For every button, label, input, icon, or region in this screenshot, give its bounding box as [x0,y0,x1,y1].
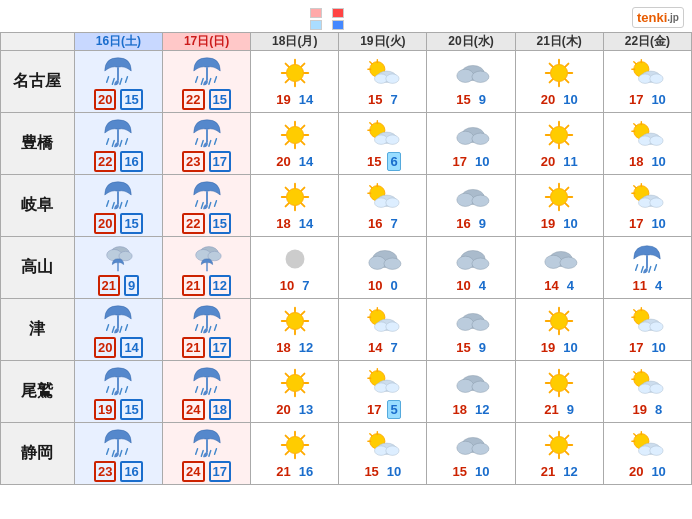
temp-row-0-5: 2010 [518,91,601,108]
svg-line-257 [214,449,216,455]
svg-point-186 [472,319,489,330]
legend-box-2 [332,8,344,18]
weather-cell-6-3: 1510 [339,423,427,485]
weather-icon-2-4 [429,179,512,215]
svg-line-285 [550,452,553,455]
temp-low-2-2: 14 [297,215,315,232]
svg-point-231 [472,381,489,392]
weather-icon-3-6 [606,241,689,277]
svg-line-35 [566,80,569,83]
svg-line-112 [370,186,372,188]
svg-point-149 [472,258,489,269]
temp-low-6-2: 16 [297,463,315,480]
weather-icon-5-5 [518,365,601,401]
weather-icon-1-4 [429,117,512,153]
temp-high-0-3: 15 [366,91,384,108]
weather-icon-6-5 [518,427,601,463]
weather-icon-0-1 [165,53,248,89]
temp-row-5-4: 1812 [429,401,512,418]
svg-line-249 [107,449,109,455]
temp-high-2-2: 18 [274,215,292,232]
day-header-1: 17日(日) [162,33,250,51]
svg-point-89 [650,136,663,145]
svg-line-105 [285,188,288,191]
svg-line-207 [126,387,128,393]
svg-line-256 [208,451,210,457]
svg-point-118 [472,195,489,206]
temp-row-0-4: 159 [429,91,512,108]
svg-line-282 [550,436,553,439]
weather-icon-4-2 [253,303,336,339]
svg-line-167 [214,325,216,331]
temp-high-6-1: 24 [182,461,204,482]
temp-low-3-0: 9 [124,275,139,296]
temp-low-1-4: 10 [473,153,491,170]
temp-high-6-5: 21 [539,463,557,480]
legend-box-4 [332,20,344,30]
svg-line-251 [120,451,122,457]
weather-cell-3-3: 100 [339,237,427,299]
temp-low-5-2: 13 [297,401,315,418]
svg-line-199 [634,310,636,312]
svg-line-125 [566,204,569,207]
temp-high-5-3: 17 [365,401,383,418]
weather-icon-3-4 [429,241,512,277]
day-header-0: 16日(土) [74,33,162,51]
weather-cell-4-6: 1710 [603,299,691,361]
svg-line-221 [285,390,288,393]
svg-point-73 [472,133,489,144]
temp-low-5-6: 8 [653,401,664,418]
svg-point-228 [386,383,399,392]
temp-low-6-0: 16 [120,461,142,482]
svg-line-212 [214,387,216,393]
temp-high-0-2: 19 [274,91,292,108]
temp-low-6-6: 10 [649,463,667,480]
legend-box-1 [310,8,322,18]
temp-row-2-2: 1814 [253,215,336,232]
svg-line-81 [566,126,569,129]
svg-point-134 [650,198,663,207]
svg-line-108 [285,204,288,207]
weather-cell-5-4: 1812 [427,361,515,423]
weather-cell-2-1: 2215 [162,175,250,237]
weather-cell-3-1: 2112 [162,237,250,299]
temp-low-0-4: 9 [477,91,488,108]
temp-row-1-6: 1810 [606,153,689,170]
weather-cell-5-3: 175 [339,361,427,423]
city-row-0: 名古屋 2015 2215 [1,51,692,113]
temp-low-2-4: 9 [477,215,488,232]
temp-row-0-0: 2015 [77,89,160,110]
svg-line-46 [107,139,109,145]
svg-line-36 [566,64,569,67]
svg-line-204 [107,387,109,393]
weather-cell-5-2: 2013 [251,361,339,423]
svg-line-3 [120,79,122,85]
svg-line-53 [208,141,210,147]
temp-low-0-0: 15 [120,89,142,110]
legend-item-2 [332,8,346,18]
weather-icon-0-4 [429,55,512,91]
weather-icon-4-5 [518,303,601,339]
temp-low-1-2: 14 [297,153,315,170]
svg-point-292 [650,446,663,455]
temp-row-1-2: 2014 [253,153,336,170]
legend-row-1 [310,8,346,18]
svg-line-263 [285,436,288,439]
temp-row-5-0: 1915 [77,399,160,420]
temp-high-2-6: 17 [627,215,645,232]
temp-low-3-6: 4 [653,277,664,294]
temp-row-5-2: 2013 [253,401,336,418]
svg-line-174 [301,328,304,331]
svg-point-28 [472,71,489,82]
temp-row-4-6: 1710 [606,339,689,356]
temp-low-4-2: 12 [297,339,315,356]
weather-icon-4-3 [341,303,424,339]
svg-line-219 [301,390,304,393]
svg-line-96 [195,201,197,207]
temp-row-5-1: 2418 [165,399,248,420]
svg-line-193 [566,328,569,331]
temp-row-4-1: 2117 [165,337,248,358]
legend-row-2 [310,20,346,30]
temp-high-4-1: 21 [182,337,204,358]
temp-low-1-6: 10 [649,153,667,170]
